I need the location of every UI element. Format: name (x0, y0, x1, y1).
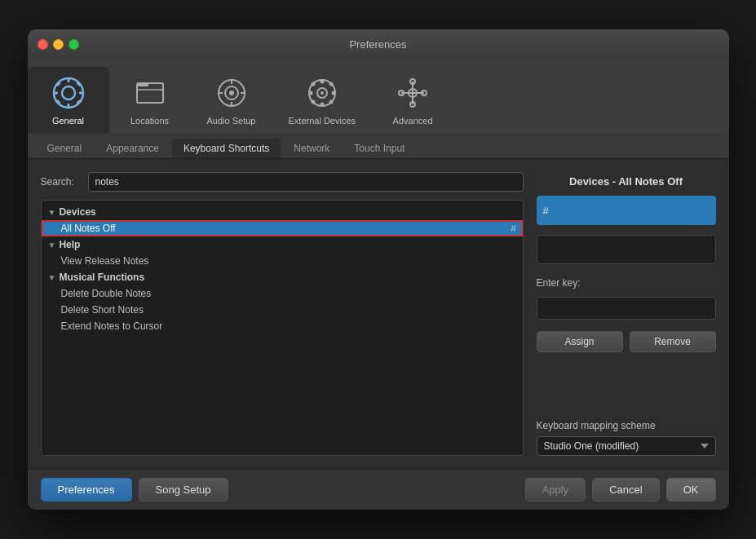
svg-rect-4 (53, 92, 58, 95)
maximize-button[interactable] (69, 39, 79, 50)
tree-group-help: ▼ Help (42, 236, 523, 253)
svg-point-23 (320, 80, 324, 84)
svg-rect-5 (79, 92, 84, 95)
toolbar-item-audio-setup[interactable]: Audio Setup (191, 67, 272, 134)
close-button[interactable] (38, 39, 48, 50)
shortcut-value: # (543, 205, 549, 217)
toolbar: General Locations (28, 59, 729, 134)
bottom-bar: Preferences Song Setup Apply Cancel OK (28, 469, 729, 510)
scheme-select[interactable]: Studio One (modified) Studio One (defaul… (537, 436, 716, 456)
svg-rect-2 (67, 77, 69, 82)
tree-item-extend-notes-to-cursor[interactable]: Extend Notes to Cursor (42, 318, 523, 334)
general-icon (49, 73, 88, 113)
tree-container: ▼ Devices All Notes Off # ▼ Help View Re… (41, 200, 524, 456)
window-title: Preferences (349, 38, 406, 51)
tab-appearance[interactable]: Appearance (95, 139, 170, 158)
preferences-tab-button[interactable]: Preferences (41, 478, 132, 501)
song-setup-button[interactable]: Song Setup (139, 478, 228, 501)
devices-arrow-icon: ▼ (48, 208, 56, 217)
remove-button[interactable]: Remove (630, 331, 716, 352)
enter-key-field[interactable] (537, 297, 716, 320)
svg-point-26 (331, 91, 335, 95)
advanced-icon (393, 73, 432, 113)
svg-point-24 (320, 103, 324, 107)
tree-item-view-release-notes[interactable]: View Release Notes (42, 253, 523, 269)
locations-icon (130, 73, 170, 113)
svg-point-27 (311, 82, 315, 86)
traffic-lights (38, 39, 79, 50)
svg-rect-3 (67, 104, 69, 108)
external-devices-icon (303, 73, 342, 113)
svg-point-25 (308, 91, 312, 95)
toolbar-item-advanced[interactable]: Advanced (372, 67, 453, 134)
left-panel: Search: ▼ Devices All Notes Off # ▼ (41, 172, 524, 456)
keyboard-scheme-section: Keyboard mapping scheme Studio One (modi… (537, 420, 716, 456)
tree-item-all-notes-off[interactable]: All Notes Off # (42, 220, 523, 236)
toolbar-external-devices-label: External Devices (289, 116, 356, 126)
musical-functions-arrow-icon: ▼ (48, 273, 56, 282)
toolbar-item-general[interactable]: General (28, 67, 109, 134)
svg-rect-11 (137, 83, 148, 86)
scheme-label: Keyboard mapping scheme (537, 420, 716, 431)
svg-point-29 (311, 100, 315, 104)
right-panel-title: Devices - All Notes Off (537, 172, 716, 188)
search-label: Search: (41, 176, 82, 188)
svg-point-28 (329, 82, 333, 86)
assign-button[interactable]: Assign (537, 331, 623, 352)
shortcut-display: # (537, 196, 716, 225)
toolbar-locations-label: Locations (130, 116, 169, 126)
svg-point-15 (229, 91, 234, 95)
audio-setup-icon (212, 73, 251, 113)
tree-group-musical-functions: ▼ Musical Functions (42, 269, 523, 285)
shortcut-display-empty (537, 235, 716, 264)
toolbar-audio-setup-label: Audio Setup (207, 116, 256, 126)
tab-touch-input[interactable]: Touch Input (343, 139, 416, 158)
help-arrow-icon: ▼ (48, 241, 56, 250)
search-input[interactable] (88, 172, 524, 192)
ok-button[interactable]: OK (666, 478, 716, 501)
toolbar-general-label: General (52, 116, 84, 126)
enter-key-label: Enter key: (537, 277, 716, 289)
tab-keyboard-shortcuts[interactable]: Keyboard Shortcuts (172, 139, 281, 158)
toolbar-advanced-label: Advanced (393, 116, 433, 126)
tree-item-delete-short-notes[interactable]: Delete Short Notes (42, 302, 523, 318)
tree-group-devices: ▼ Devices (42, 204, 523, 220)
action-buttons: Assign Remove (537, 331, 716, 352)
tabs-bar: General Appearance Keyboard Shortcuts Ne… (28, 134, 729, 159)
svg-point-30 (329, 100, 333, 104)
tree-item-delete-double-notes[interactable]: Delete Double Notes (42, 285, 523, 302)
search-row: Search: (41, 172, 524, 192)
main-content: Search: ▼ Devices All Notes Off # ▼ (28, 159, 729, 469)
title-bar: Preferences (28, 29, 729, 59)
toolbar-item-external-devices[interactable]: External Devices (272, 67, 373, 134)
minimize-button[interactable] (53, 39, 64, 50)
right-panel: Devices - All Notes Off # Enter key: Ass… (537, 172, 716, 456)
tab-network[interactable]: Network (282, 139, 341, 158)
preferences-window: Preferences General (28, 29, 729, 510)
svg-point-22 (321, 91, 324, 95)
cancel-button[interactable]: Cancel (592, 478, 659, 501)
apply-button[interactable]: Apply (525, 478, 586, 501)
tab-general[interactable]: General (36, 139, 94, 158)
toolbar-item-locations[interactable]: Locations (109, 67, 191, 134)
svg-point-1 (62, 86, 75, 99)
